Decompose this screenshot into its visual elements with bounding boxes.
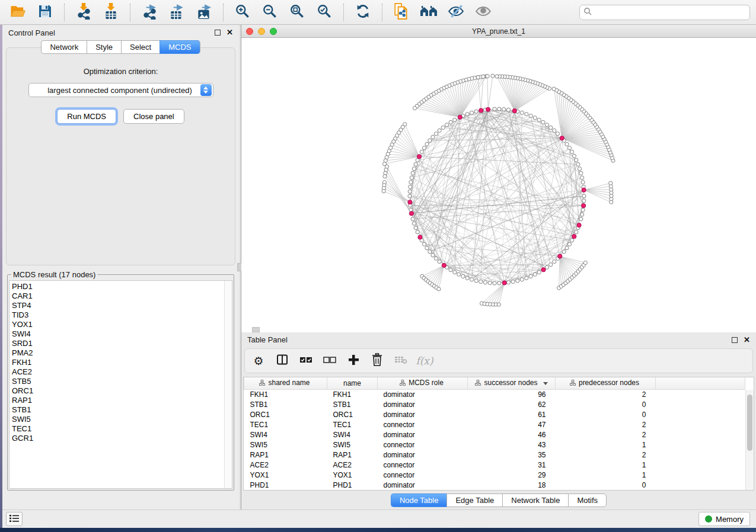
criterion-dropdown[interactable]: largest connected component (undirected) [28, 83, 213, 97]
mcds-result-item[interactable]: RAP1 [12, 396, 222, 405]
sort-descending-icon [543, 382, 548, 385]
table-scrollbar-thumb[interactable] [747, 395, 752, 451]
mcds-result-item[interactable]: STB1 [12, 405, 222, 415]
mcds-result-item[interactable]: TEC1 [12, 424, 222, 434]
column-header-filler [656, 377, 745, 389]
save-session-button[interactable] [33, 2, 57, 23]
import-table-button[interactable] [99, 2, 123, 23]
table-row[interactable]: SWI4SWI4dominator462 [244, 430, 745, 440]
select-all-columns-button[interactable] [298, 353, 314, 368]
table-row[interactable]: STB1STB1dominator620 [244, 399, 745, 409]
tab-select[interactable]: Select [121, 40, 160, 54]
function-builder-button[interactable]: f(x) [417, 353, 432, 368]
close-panel-button[interactable]: Close panel [123, 109, 184, 124]
network-graph[interactable] [241, 38, 756, 332]
table-header-row: shared namenameMCDS rolesuccessor nodesp… [244, 377, 745, 389]
delete-table-icon [394, 354, 407, 367]
mcds-result-item[interactable]: TID3 [12, 310, 222, 320]
table-scrollbar[interactable] [745, 390, 754, 490]
mcds-result-title: MCDS result (17 nodes) [11, 270, 97, 279]
table-row[interactable]: ACE2ACE2connector311 [244, 460, 745, 470]
search-field[interactable] [579, 5, 750, 20]
table-row[interactable]: FKH1FKH1dominator962 [244, 389, 745, 399]
create-column-button[interactable] [346, 353, 361, 368]
show-columns-button[interactable] [275, 353, 290, 368]
zoom-out-button[interactable] [258, 2, 282, 23]
run-mcds-button[interactable]: Run MCDS [57, 109, 116, 124]
table-tab-motifs[interactable]: Motifs [568, 493, 607, 507]
mcds-result-item[interactable]: SWI5 [12, 415, 222, 424]
save-icon [38, 4, 52, 20]
column-header-shared-name[interactable]: shared name [244, 377, 327, 389]
table-row[interactable]: ORC1ORC1dominator610 [244, 409, 745, 419]
show-all-button[interactable] [471, 2, 495, 23]
mcds-result-item[interactable]: SRD1 [12, 339, 222, 348]
table-row[interactable]: RAP1RAP1dominator352 [244, 450, 745, 460]
task-history-button[interactable] [6, 512, 23, 526]
mcds-list-scrollbar[interactable] [224, 281, 232, 488]
zoom-in-icon [235, 4, 250, 21]
horizontal-splitter-handle[interactable] [252, 327, 260, 332]
table-row[interactable]: SWI5SWI5connector431 [244, 440, 745, 450]
refresh-view-button[interactable] [351, 2, 375, 23]
trash-icon [371, 353, 383, 369]
zoom-fit-button[interactable] [285, 2, 309, 23]
mcds-result-item[interactable]: FKH1 [12, 358, 222, 367]
column-header-name[interactable]: name [327, 377, 378, 389]
export-image-button[interactable] [192, 2, 216, 23]
zoom-selected-button[interactable] [312, 2, 336, 23]
close-panel-icon[interactable]: ✕ [227, 30, 233, 36]
mcds-result-item[interactable]: ACE2 [12, 367, 222, 377]
memory-button[interactable]: Memory [698, 512, 750, 526]
column-header-successor-nodes[interactable]: successor nodes [468, 377, 556, 389]
table-tab-network-table[interactable]: Network Table [502, 493, 568, 507]
table-tab-edge-table[interactable]: Edge Table [446, 493, 502, 507]
zoom-fit-icon [289, 4, 305, 21]
float-panel-icon[interactable] [215, 30, 221, 36]
mcds-result-item[interactable]: PMA2 [12, 348, 222, 358]
import-network-button[interactable] [72, 2, 95, 23]
column-header-predecessor-nodes[interactable]: predecessor nodes [556, 377, 656, 389]
table-tab-node-table[interactable]: Node Table [391, 493, 447, 507]
tab-network[interactable]: Network [41, 40, 87, 54]
deselect-all-columns-button[interactable] [322, 353, 337, 368]
mcds-result-item[interactable]: CAR1 [12, 291, 222, 301]
first-neighbors-button[interactable] [417, 2, 441, 23]
mcds-result-item[interactable]: STB5 [12, 377, 222, 386]
tab-mcds[interactable]: MCDS [160, 40, 200, 54]
control-panel-title: Control Panel [8, 28, 55, 37]
export-table-icon [169, 3, 184, 21]
deselect-all-icon [323, 354, 336, 367]
delete-table-button[interactable] [393, 353, 409, 368]
tab-style[interactable]: Style [87, 40, 121, 54]
mcds-result-item[interactable]: PHD1 [12, 282, 222, 291]
search-input[interactable] [595, 8, 746, 17]
hide-selected-button[interactable] [444, 2, 468, 23]
clone-network-button[interactable] [390, 2, 413, 23]
mcds-result-item[interactable]: SWI4 [12, 329, 222, 339]
table-row[interactable]: TEC1TEC1connector472 [244, 419, 745, 430]
mcds-result-item[interactable]: ORC1 [12, 386, 222, 396]
zoom-in-button[interactable] [231, 2, 254, 23]
network-title: YPA_prune.txt_1 [241, 27, 756, 36]
function-icon: f(x) [416, 355, 433, 367]
criterion-value: largest connected component (undirected) [29, 86, 200, 95]
mcds-result-item[interactable]: YOX1 [12, 320, 222, 329]
export-table-button[interactable] [165, 2, 189, 23]
table-row[interactable]: YOX1YOX1connector291 [244, 470, 745, 480]
close-table-panel-icon[interactable]: ✕ [744, 337, 750, 343]
zoom-out-icon [262, 4, 277, 21]
export-network-icon [142, 3, 157, 21]
open-file-button[interactable] [6, 2, 30, 23]
table-row[interactable]: PHD1PHD1dominator180 [244, 480, 745, 490]
column-header-mcds-role[interactable]: MCDS role [378, 377, 468, 389]
mcds-result-group: MCDS result (17 nodes) PHD1CAR1STP4TID3Y… [7, 270, 234, 491]
table-body: FKH1FKH1dominator962STB1STB1dominator620… [244, 389, 745, 490]
plus-icon [347, 354, 359, 368]
export-network-button[interactable] [138, 2, 161, 23]
float-table-panel-icon[interactable] [732, 337, 738, 343]
delete-column-button[interactable] [369, 353, 385, 368]
mcds-result-item[interactable]: STP4 [12, 301, 222, 310]
table-options-button[interactable]: ⚙ [251, 353, 266, 368]
mcds-result-item[interactable]: GCR1 [12, 434, 222, 443]
